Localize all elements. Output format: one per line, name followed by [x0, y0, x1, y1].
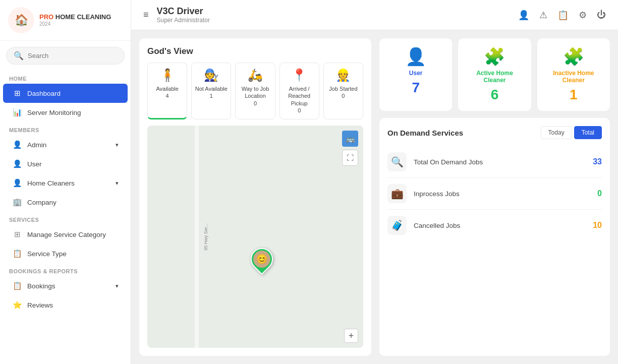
available-label: Available4 [151, 85, 184, 100]
service-category-icon: ⊞ [12, 230, 22, 239]
map-road-label: 95 Hwy Ser... [191, 126, 221, 348]
section-bookings: BOOKINGS & REPORTS [0, 263, 131, 276]
monitor-icon: 📊 [12, 108, 22, 117]
job-started-label: Job Started0 [327, 85, 360, 100]
cancelled-jobs-icon: 🧳 [387, 216, 407, 235]
total-jobs-value: 33 [593, 157, 602, 166]
way-to-job-count: 0 [254, 100, 257, 106]
gods-view-panel: God's View 🧍 Available4 🧑‍🔧 Not Availabl… [139, 38, 371, 356]
arrived-label: Arrived / Reached Pickup0 [283, 85, 316, 114]
content-area: God's View 🧍 Available4 🧑‍🔧 Not Availabl… [131, 30, 618, 364]
settings-icon[interactable]: ⚙ [579, 10, 587, 21]
status-card-way-to-job[interactable]: 🛵 Way to Job Location0 [235, 63, 275, 119]
not-available-count: 1 [210, 93, 213, 99]
sidebar-item-server-monitoring[interactable]: 📊 Server Monitoring [3, 103, 128, 122]
map[interactable]: 95 Hwy Ser... 🚌 ⛶ 😊 + [147, 126, 363, 348]
tab-total[interactable]: Total [574, 126, 602, 139]
section-home: HOME [0, 71, 131, 84]
admin-chevron: ▾ [116, 142, 119, 148]
demand-item-inprocess-jobs: 💼 Inprocess Jobs 0 [387, 178, 602, 210]
on-demand-panel: On Demand Services Today Total 🔍 Total O… [379, 118, 610, 356]
arrived-count: 0 [298, 107, 301, 113]
logo-icon: 🏠 [8, 7, 34, 33]
bus-layer-button[interactable]: 🚌 [342, 131, 358, 147]
header-title: V3C Driver Super Administrator [157, 6, 210, 24]
logo: 🏠 PRO HOME CLEANING 2024 [0, 0, 131, 41]
cancelled-jobs-value: 10 [593, 221, 602, 230]
sidebar-label-manage-service-category: Manage Service Category [27, 231, 106, 238]
section-members: MEMBERS [0, 122, 131, 135]
cancelled-jobs-label: Cancelled Jobs [414, 222, 586, 229]
map-controls: 🚌 ⛶ [342, 131, 358, 166]
map-marker: 😊 [251, 248, 273, 270]
sidebar-item-user[interactable]: 👤 User [3, 154, 128, 173]
search-input[interactable] [28, 52, 117, 59]
status-card-job-started[interactable]: 👷 Job Started0 [323, 63, 363, 119]
inprocess-jobs-icon: 💼 [387, 184, 407, 203]
zoom-in-button[interactable]: + [344, 329, 358, 343]
right-panel: 👤 User 7 🧩 Active Home Cleaner 6 🧩 Inact… [379, 38, 610, 356]
user-stat-icon: 👤 [405, 46, 426, 67]
admin-icon: 👤 [12, 140, 22, 149]
expand-button[interactable]: ⛶ [342, 150, 358, 166]
bookings-chevron: ▾ [116, 283, 119, 289]
header: ≡ V3C Driver Super Administrator 👤 ⚠ 📋 ⚙… [131, 0, 618, 30]
sidebar-label-service-type: Service Type [27, 250, 67, 258]
sidebar-label-reviews: Reviews [27, 301, 53, 309]
demand-item-cancelled-jobs: 🧳 Cancelled Jobs 10 [387, 210, 602, 241]
sidebar-item-company[interactable]: 🏢 Company [3, 193, 128, 212]
stat-card-inactive-cleaner: 🧩 Inactive Home Cleaner 1 [537, 38, 610, 111]
way-to-job-label: Way to Job Location0 [239, 85, 271, 107]
stat-card-active-cleaner: 🧩 Active Home Cleaner 6 [458, 38, 531, 111]
dashboard-icon: ⊞ [12, 89, 22, 98]
way-to-job-icon: 🛵 [239, 68, 271, 82]
sidebar-item-dashboard[interactable]: ⊞ Dashboard [3, 84, 128, 103]
menu-button[interactable]: ≡ [143, 10, 149, 20]
sidebar-item-admin[interactable]: 👤 Admin ▾ [3, 135, 128, 154]
active-cleaner-stat-label: Active Home Cleaner [466, 70, 523, 84]
home-cleaners-icon: 👤 [12, 178, 22, 188]
sidebar-label-dashboard: Dashboard [27, 90, 61, 97]
arrived-icon: 📍 [283, 68, 316, 82]
on-demand-title: On Demand Services [387, 129, 463, 137]
sidebar-label-admin: Admin [27, 141, 46, 149]
alert-icon[interactable]: ⚠ [539, 10, 547, 21]
section-services: SERVICES [0, 212, 131, 225]
sidebar-label-bookings: Bookings [27, 282, 55, 290]
search-box[interactable]: 🔍 [6, 47, 125, 65]
search-icon: 🔍 [14, 51, 24, 60]
job-started-count: 0 [342, 93, 345, 99]
sidebar-item-manage-service-category[interactable]: ⊞ Manage Service Category [3, 225, 128, 244]
logo-text: PRO HOME CLEANING 2024 [39, 13, 111, 27]
profile-icon[interactable]: 👤 [518, 10, 529, 21]
marker-avatar: 😊 [253, 251, 270, 268]
power-icon[interactable]: ⏻ [597, 10, 606, 20]
logo-name: PRO HOME CLEANING [39, 13, 111, 21]
active-cleaner-stat-value: 6 [491, 87, 499, 103]
user-stat-value: 7 [412, 80, 420, 96]
sidebar-item-home-cleaners[interactable]: 👤 Home Cleaners ▾ [3, 173, 128, 193]
sidebar-label-server-monitoring: Server Monitoring [27, 109, 81, 116]
tab-today[interactable]: Today [541, 126, 572, 139]
not-available-label: Not Available1 [195, 85, 228, 100]
status-cards: 🧍 Available4 🧑‍🔧 Not Available1 🛵 Way to… [147, 63, 363, 119]
company-icon: 🏢 [12, 198, 22, 207]
user-stat-label: User [409, 70, 423, 77]
sidebar-item-reviews[interactable]: ⭐ Reviews [3, 295, 128, 315]
status-card-available[interactable]: 🧍 Available4 [147, 63, 187, 119]
sidebar-label-user: User [27, 160, 42, 168]
total-jobs-icon: 🔍 [387, 152, 407, 171]
job-started-icon: 👷 [327, 68, 360, 82]
inactive-cleaner-stat-value: 1 [570, 87, 578, 103]
total-jobs-label: Total On Demand Jobs [414, 158, 586, 166]
clipboard-icon[interactable]: 📋 [557, 10, 569, 21]
sidebar-item-service-type[interactable]: 📋 Service Type [3, 244, 128, 263]
status-card-arrived[interactable]: 📍 Arrived / Reached Pickup0 [279, 63, 319, 119]
available-count: 4 [166, 93, 169, 99]
logo-year: 2024 [39, 21, 111, 27]
status-card-not-available[interactable]: 🧑‍🔧 Not Available1 [191, 63, 231, 119]
user-icon: 👤 [12, 159, 22, 168]
sidebar-label-home-cleaners: Home Cleaners [27, 179, 75, 187]
service-type-icon: 📋 [12, 249, 22, 258]
sidebar-item-bookings[interactable]: 📋 Bookings ▾ [3, 276, 128, 295]
